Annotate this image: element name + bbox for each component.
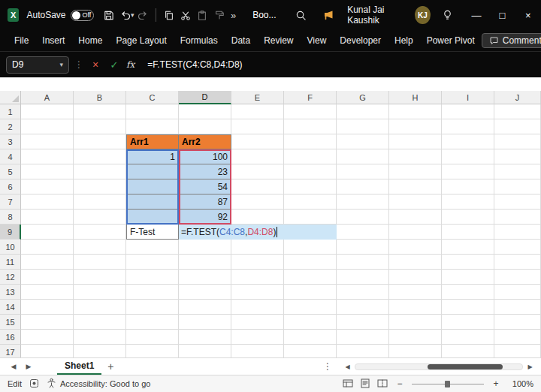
- cell-B16[interactable]: [74, 330, 126, 345]
- cell-G17[interactable]: [337, 345, 389, 357]
- cell-A11[interactable]: [21, 255, 74, 270]
- cell-J14[interactable]: [494, 300, 541, 315]
- cell-G9[interactable]: [337, 225, 389, 240]
- cell-D16[interactable]: [179, 330, 231, 345]
- cell-I10[interactable]: [442, 240, 494, 255]
- cell-C1[interactable]: [126, 104, 179, 119]
- cell-H3[interactable]: [389, 134, 442, 149]
- announcements-icon[interactable]: [320, 5, 337, 25]
- minimize-button[interactable]: —: [464, 0, 489, 30]
- sheet-tab-sheet1[interactable]: Sheet1: [57, 358, 101, 375]
- cell-G16[interactable]: [337, 330, 389, 345]
- cell-G2[interactable]: [337, 119, 389, 134]
- cell-I12[interactable]: [442, 270, 494, 285]
- insert-function-button[interactable]: fx: [126, 59, 134, 70]
- column-header-H[interactable]: H: [389, 91, 442, 104]
- name-box[interactable]: D9 ▾: [6, 56, 69, 74]
- cell-B8[interactable]: [74, 210, 126, 225]
- cell-H5[interactable]: [389, 164, 442, 179]
- page-break-view-icon[interactable]: [377, 378, 388, 390]
- cell-H11[interactable]: [389, 255, 442, 270]
- cell-C12[interactable]: [126, 270, 179, 285]
- zoom-level[interactable]: 100%: [508, 379, 533, 388]
- zoom-in-button[interactable]: +: [491, 378, 500, 389]
- cell-H15[interactable]: [389, 315, 442, 330]
- cell-C4[interactable]: 1: [126, 149, 179, 164]
- horizontal-scrollbar[interactable]: ◀ ▶: [343, 363, 535, 370]
- format-painter-icon[interactable]: [211, 5, 228, 25]
- scroll-right-icon[interactable]: ▶: [525, 363, 535, 370]
- cell-J6[interactable]: [494, 179, 541, 194]
- cell-H17[interactable]: [389, 345, 442, 357]
- row-header-12[interactable]: 12: [0, 270, 21, 285]
- row-header-11[interactable]: 11: [0, 255, 21, 270]
- row-header-15[interactable]: 15: [0, 315, 21, 330]
- cell-A17[interactable]: [21, 345, 74, 357]
- ribbon-tab-developer[interactable]: Developer: [333, 32, 388, 49]
- cell-I2[interactable]: [442, 119, 494, 134]
- cell-D10[interactable]: [179, 240, 231, 255]
- cell-B4[interactable]: [74, 149, 126, 164]
- ribbon-tab-review[interactable]: Review: [257, 32, 300, 49]
- copy-icon[interactable]: [161, 5, 177, 25]
- cell-J11[interactable]: [494, 255, 541, 270]
- enter-entry-button[interactable]: ✓: [107, 59, 121, 71]
- accessibility-status[interactable]: Accessibility: Good to go: [47, 378, 150, 390]
- avatar[interactable]: KJ: [415, 6, 431, 24]
- cell-D12[interactable]: [179, 270, 231, 285]
- zoom-slider-thumb[interactable]: [445, 381, 450, 387]
- row-header-14[interactable]: 14: [0, 300, 21, 315]
- comments-button[interactable]: Comments: [482, 33, 541, 48]
- cell-G1[interactable]: [337, 104, 389, 119]
- cell-A6[interactable]: [21, 179, 74, 194]
- cell-E17[interactable]: [231, 345, 284, 357]
- cell-D14[interactable]: [179, 300, 231, 315]
- cell-G10[interactable]: [337, 240, 389, 255]
- cell-B12[interactable]: [74, 270, 126, 285]
- cell-G15[interactable]: [337, 315, 389, 330]
- cell-E4[interactable]: [231, 149, 284, 164]
- cell-E2[interactable]: [231, 119, 284, 134]
- row-header-5[interactable]: 5: [0, 164, 21, 179]
- row-header-13[interactable]: 13: [0, 285, 21, 300]
- cell-I9[interactable]: [442, 225, 494, 240]
- column-header-F[interactable]: F: [284, 91, 337, 104]
- cell-D6[interactable]: 54: [179, 179, 231, 194]
- cell-E16[interactable]: [231, 330, 284, 345]
- cell-J7[interactable]: [494, 194, 541, 210]
- cell-C13[interactable]: [126, 285, 179, 300]
- cell-B9[interactable]: [74, 225, 126, 240]
- cell-B14[interactable]: [74, 300, 126, 315]
- cell-A8[interactable]: [21, 210, 74, 225]
- name-box-dropdown-icon[interactable]: ▾: [59, 61, 63, 68]
- row-header-2[interactable]: 2: [0, 119, 21, 134]
- cell-C3[interactable]: Arr1: [126, 134, 179, 149]
- row-header-7[interactable]: 7: [0, 194, 21, 210]
- cell-F11[interactable]: [284, 255, 337, 270]
- next-sheet-icon[interactable]: ▶: [21, 363, 36, 370]
- cell-J9[interactable]: [494, 225, 541, 240]
- cell-J13[interactable]: [494, 285, 541, 300]
- cell-C17[interactable]: [126, 345, 179, 357]
- select-all-corner[interactable]: [0, 91, 21, 104]
- cell-E11[interactable]: [231, 255, 284, 270]
- column-header-I[interactable]: I: [442, 91, 494, 104]
- cell-J8[interactable]: [494, 210, 541, 225]
- cell-D15[interactable]: [179, 315, 231, 330]
- cell-A7[interactable]: [21, 194, 74, 210]
- cell-B15[interactable]: [74, 315, 126, 330]
- quick-access-overflow-icon[interactable]: »: [231, 10, 236, 21]
- cell-F1[interactable]: [284, 104, 337, 119]
- cell-F7[interactable]: [284, 194, 337, 210]
- column-header-E[interactable]: E: [231, 91, 284, 104]
- cell-H16[interactable]: [389, 330, 442, 345]
- ribbon-tab-file[interactable]: File: [8, 32, 35, 49]
- ribbon-tab-view[interactable]: View: [301, 32, 334, 49]
- cell-H9[interactable]: [389, 225, 442, 240]
- cell-H12[interactable]: [389, 270, 442, 285]
- cell-G5[interactable]: [337, 164, 389, 179]
- search-icon[interactable]: [293, 5, 310, 25]
- cell-B11[interactable]: [74, 255, 126, 270]
- maximize-button[interactable]: □: [489, 0, 515, 30]
- prev-sheet-icon[interactable]: ◀: [6, 363, 21, 370]
